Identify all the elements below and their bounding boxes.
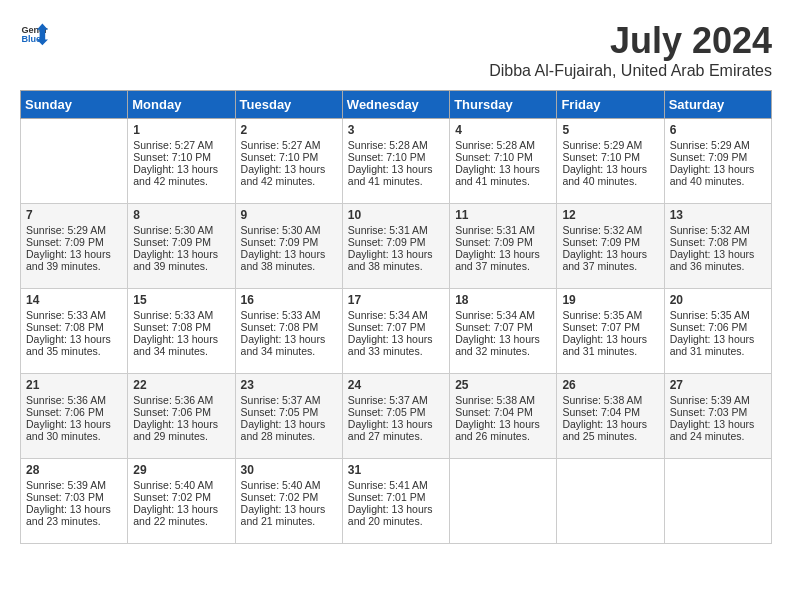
calendar-cell	[664, 459, 771, 544]
daylight-text: Daylight: 13 hours and 29 minutes.	[133, 418, 218, 442]
calendar-cell: 11 Sunrise: 5:31 AM Sunset: 7:09 PM Dayl…	[450, 204, 557, 289]
sunset-text: Sunset: 7:06 PM	[670, 321, 748, 333]
day-number: 18	[455, 293, 551, 307]
calendar-week-row: 14 Sunrise: 5:33 AM Sunset: 7:08 PM Dayl…	[21, 289, 772, 374]
sunrise-text: Sunrise: 5:35 AM	[670, 309, 750, 321]
sunset-text: Sunset: 7:02 PM	[241, 491, 319, 503]
sunrise-text: Sunrise: 5:41 AM	[348, 479, 428, 491]
day-number: 24	[348, 378, 444, 392]
calendar-cell: 28 Sunrise: 5:39 AM Sunset: 7:03 PM Dayl…	[21, 459, 128, 544]
calendar-table: SundayMondayTuesdayWednesdayThursdayFrid…	[20, 90, 772, 544]
daylight-text: Daylight: 13 hours and 40 minutes.	[670, 163, 755, 187]
calendar-cell: 29 Sunrise: 5:40 AM Sunset: 7:02 PM Dayl…	[128, 459, 235, 544]
calendar-cell: 16 Sunrise: 5:33 AM Sunset: 7:08 PM Dayl…	[235, 289, 342, 374]
day-number: 22	[133, 378, 229, 392]
calendar-cell: 26 Sunrise: 5:38 AM Sunset: 7:04 PM Dayl…	[557, 374, 664, 459]
calendar-cell: 2 Sunrise: 5:27 AM Sunset: 7:10 PM Dayli…	[235, 119, 342, 204]
day-number: 31	[348, 463, 444, 477]
calendar-cell: 18 Sunrise: 5:34 AM Sunset: 7:07 PM Dayl…	[450, 289, 557, 374]
sunset-text: Sunset: 7:08 PM	[241, 321, 319, 333]
month-year-title: July 2024	[489, 20, 772, 62]
sunrise-text: Sunrise: 5:30 AM	[133, 224, 213, 236]
day-number: 3	[348, 123, 444, 137]
daylight-text: Daylight: 13 hours and 32 minutes.	[455, 333, 540, 357]
title-block: July 2024 Dibba Al-Fujairah, United Arab…	[489, 20, 772, 80]
calendar-cell: 17 Sunrise: 5:34 AM Sunset: 7:07 PM Dayl…	[342, 289, 449, 374]
calendar-header-row: SundayMondayTuesdayWednesdayThursdayFrid…	[21, 91, 772, 119]
daylight-text: Daylight: 13 hours and 39 minutes.	[133, 248, 218, 272]
sunrise-text: Sunrise: 5:37 AM	[348, 394, 428, 406]
sunrise-text: Sunrise: 5:38 AM	[562, 394, 642, 406]
sunset-text: Sunset: 7:03 PM	[670, 406, 748, 418]
daylight-text: Daylight: 13 hours and 38 minutes.	[241, 248, 326, 272]
day-number: 8	[133, 208, 229, 222]
sunrise-text: Sunrise: 5:28 AM	[348, 139, 428, 151]
calendar-cell: 27 Sunrise: 5:39 AM Sunset: 7:03 PM Dayl…	[664, 374, 771, 459]
daylight-text: Daylight: 13 hours and 39 minutes.	[26, 248, 111, 272]
sunrise-text: Sunrise: 5:32 AM	[562, 224, 642, 236]
calendar-cell: 24 Sunrise: 5:37 AM Sunset: 7:05 PM Dayl…	[342, 374, 449, 459]
sunrise-text: Sunrise: 5:29 AM	[26, 224, 106, 236]
calendar-cell: 21 Sunrise: 5:36 AM Sunset: 7:06 PM Dayl…	[21, 374, 128, 459]
sunrise-text: Sunrise: 5:39 AM	[670, 394, 750, 406]
daylight-text: Daylight: 13 hours and 42 minutes.	[241, 163, 326, 187]
sunset-text: Sunset: 7:09 PM	[455, 236, 533, 248]
sunrise-text: Sunrise: 5:37 AM	[241, 394, 321, 406]
calendar-cell: 4 Sunrise: 5:28 AM Sunset: 7:10 PM Dayli…	[450, 119, 557, 204]
sunset-text: Sunset: 7:09 PM	[133, 236, 211, 248]
calendar-cell	[557, 459, 664, 544]
day-number: 12	[562, 208, 658, 222]
day-number: 28	[26, 463, 122, 477]
day-number: 4	[455, 123, 551, 137]
weekday-header-friday: Friday	[557, 91, 664, 119]
calendar-cell: 20 Sunrise: 5:35 AM Sunset: 7:06 PM Dayl…	[664, 289, 771, 374]
daylight-text: Daylight: 13 hours and 21 minutes.	[241, 503, 326, 527]
weekday-header-tuesday: Tuesday	[235, 91, 342, 119]
sunrise-text: Sunrise: 5:33 AM	[26, 309, 106, 321]
sunset-text: Sunset: 7:10 PM	[348, 151, 426, 163]
daylight-text: Daylight: 13 hours and 40 minutes.	[562, 163, 647, 187]
sunrise-text: Sunrise: 5:30 AM	[241, 224, 321, 236]
day-number: 25	[455, 378, 551, 392]
calendar-cell: 31 Sunrise: 5:41 AM Sunset: 7:01 PM Dayl…	[342, 459, 449, 544]
sunrise-text: Sunrise: 5:28 AM	[455, 139, 535, 151]
calendar-cell: 22 Sunrise: 5:36 AM Sunset: 7:06 PM Dayl…	[128, 374, 235, 459]
daylight-text: Daylight: 13 hours and 35 minutes.	[26, 333, 111, 357]
day-number: 16	[241, 293, 337, 307]
calendar-cell: 15 Sunrise: 5:33 AM Sunset: 7:08 PM Dayl…	[128, 289, 235, 374]
day-number: 17	[348, 293, 444, 307]
daylight-text: Daylight: 13 hours and 33 minutes.	[348, 333, 433, 357]
calendar-cell: 13 Sunrise: 5:32 AM Sunset: 7:08 PM Dayl…	[664, 204, 771, 289]
sunset-text: Sunset: 7:10 PM	[455, 151, 533, 163]
calendar-week-row: 7 Sunrise: 5:29 AM Sunset: 7:09 PM Dayli…	[21, 204, 772, 289]
weekday-header-wednesday: Wednesday	[342, 91, 449, 119]
logo-icon: General Blue	[20, 20, 48, 48]
daylight-text: Daylight: 13 hours and 20 minutes.	[348, 503, 433, 527]
sunset-text: Sunset: 7:06 PM	[133, 406, 211, 418]
sunset-text: Sunset: 7:10 PM	[133, 151, 211, 163]
calendar-cell: 6 Sunrise: 5:29 AM Sunset: 7:09 PM Dayli…	[664, 119, 771, 204]
daylight-text: Daylight: 13 hours and 36 minutes.	[670, 248, 755, 272]
calendar-cell: 25 Sunrise: 5:38 AM Sunset: 7:04 PM Dayl…	[450, 374, 557, 459]
day-number: 29	[133, 463, 229, 477]
daylight-text: Daylight: 13 hours and 34 minutes.	[241, 333, 326, 357]
sunrise-text: Sunrise: 5:36 AM	[133, 394, 213, 406]
sunset-text: Sunset: 7:09 PM	[26, 236, 104, 248]
day-number: 15	[133, 293, 229, 307]
svg-text:Blue: Blue	[21, 34, 41, 44]
sunset-text: Sunset: 7:10 PM	[562, 151, 640, 163]
sunrise-text: Sunrise: 5:29 AM	[670, 139, 750, 151]
sunrise-text: Sunrise: 5:34 AM	[455, 309, 535, 321]
daylight-text: Daylight: 13 hours and 38 minutes.	[348, 248, 433, 272]
sunrise-text: Sunrise: 5:40 AM	[133, 479, 213, 491]
daylight-text: Daylight: 13 hours and 41 minutes.	[455, 163, 540, 187]
sunset-text: Sunset: 7:09 PM	[348, 236, 426, 248]
calendar-cell	[21, 119, 128, 204]
sunset-text: Sunset: 7:06 PM	[26, 406, 104, 418]
calendar-week-row: 21 Sunrise: 5:36 AM Sunset: 7:06 PM Dayl…	[21, 374, 772, 459]
sunrise-text: Sunrise: 5:33 AM	[241, 309, 321, 321]
daylight-text: Daylight: 13 hours and 31 minutes.	[670, 333, 755, 357]
sunset-text: Sunset: 7:10 PM	[241, 151, 319, 163]
daylight-text: Daylight: 13 hours and 23 minutes.	[26, 503, 111, 527]
day-number: 30	[241, 463, 337, 477]
